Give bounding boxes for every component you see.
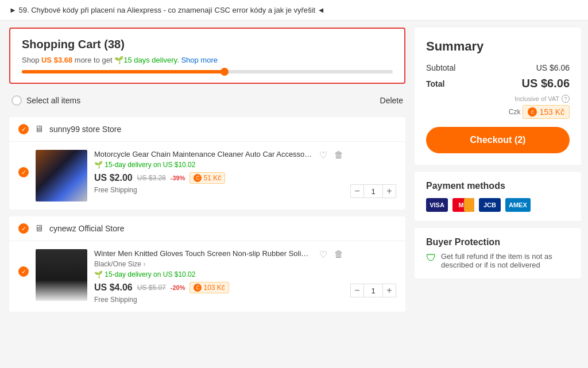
- czk-badge-summary: Č 153 Kč: [523, 105, 570, 119]
- qty-value-1: 1: [364, 184, 382, 198]
- qty-increase-1[interactable]: +: [382, 184, 396, 198]
- store-checkbox-1[interactable]: [18, 124, 29, 134]
- subtitle-prefix: Shop: [22, 56, 41, 64]
- czk-icon-1: Č: [194, 174, 202, 182]
- store-icon-1: 🖥: [34, 124, 44, 134]
- item-price-2: US $4.06: [94, 282, 133, 293]
- jcb-payment-icon: JCB: [479, 198, 501, 212]
- progress-bar: [22, 70, 393, 73]
- item-actions-1: ♡ 🗑: [319, 150, 343, 161]
- item-czk-badge-2: Č 103 Kč: [189, 282, 229, 293]
- summary-card: Summary Subtotal US $6.06 Total US $6.06…: [415, 28, 581, 165]
- variant-text-2[interactable]: Black/One Size: [94, 260, 141, 268]
- payment-title: Payment methods: [426, 181, 570, 191]
- item-original-price-2: US $5.07: [137, 284, 166, 292]
- czk-icon-2: Č: [194, 284, 202, 292]
- select-all-text: Select all items: [26, 96, 80, 105]
- store-name-2[interactable]: cynewz Official Store: [49, 224, 124, 233]
- item-image-2: [36, 249, 87, 301]
- czk-flag-icon: Č: [528, 107, 537, 117]
- item-title-2: Winter Men Knitted Gloves Touch Screen N…: [94, 249, 312, 258]
- banner-text: ► 59. Chybové kódy při placení na Aliexp…: [9, 6, 325, 14]
- payment-card: Payment methods VISA MC JCB AMEX: [415, 172, 581, 221]
- item-actions-2: ♡ 🗑: [319, 249, 343, 260]
- item-variant-2: Black/One Size ›: [94, 260, 312, 268]
- wishlist-icon-2[interactable]: ♡: [319, 249, 327, 260]
- protection-card: Buyer Protection 🛡 Get full refund if th…: [415, 228, 581, 278]
- item-czk-value-2: 103 Kč: [203, 284, 225, 292]
- store-header-1: 🖥 sunny99 store Store: [9, 117, 405, 142]
- item-delivery-2: 🌱 15-day delivery on US $10.02: [94, 270, 312, 278]
- subtitle-delivery: 🌱15 days delivery.: [114, 56, 179, 64]
- store-header-2: 🖥 cynewz Official Store: [9, 216, 405, 241]
- store-section-1: 🖥 sunny99 store Store Motorcycle Gear Ch…: [9, 117, 405, 210]
- czk-conversion: Czk Č 153 Kč: [426, 105, 570, 119]
- item-checkbox-2[interactable]: [18, 266, 29, 277]
- quantity-control-1: − 1 +: [350, 184, 396, 198]
- protection-title: Buyer Protection: [426, 237, 570, 247]
- vat-text: Inclusive of VAT: [514, 95, 559, 102]
- delete-icon-2[interactable]: 🗑: [334, 249, 343, 259]
- variant-arrow-2: ›: [143, 260, 145, 268]
- cart-area: Shopping Cart (38) Shop US $3.68 more to…: [9, 28, 405, 361]
- qty-decrease-2[interactable]: −: [350, 284, 364, 297]
- payment-icons: VISA MC JCB AMEX: [426, 198, 570, 212]
- item-image-1: [36, 150, 87, 202]
- czk-summary-value: 153 Kč: [539, 107, 564, 117]
- summary-title: Summary: [426, 39, 570, 54]
- item-czk-badge-1: Č 51 Kč: [189, 172, 225, 184]
- total-row: Total US $6.06: [426, 77, 570, 90]
- subtitle-amount: US $3.68: [41, 56, 72, 64]
- item-details-1: Motorcycle Gear Chain Maintenance Cleane…: [94, 150, 312, 194]
- checkout-button[interactable]: Checkout (2): [426, 127, 570, 153]
- quantity-control-2: − 1 +: [350, 284, 396, 297]
- subtotal-row: Subtotal US $6.06: [426, 63, 570, 72]
- item-discount-2: -20%: [171, 284, 185, 291]
- item-price-1: US $2.00: [94, 173, 133, 183]
- vat-note: Inclusive of VAT ?: [426, 95, 570, 103]
- item-shipping-1: Free Shipping: [94, 186, 312, 194]
- store-name-1[interactable]: sunny99 store Store: [49, 125, 121, 134]
- total-label: Total: [426, 79, 444, 88]
- shield-icon: 🛡: [426, 252, 436, 264]
- qty-increase-2[interactable]: +: [382, 284, 396, 297]
- cart-item-1: Motorcycle Gear Chain Maintenance Cleane…: [9, 142, 405, 210]
- delivery-text-1: 🌱 15-day delivery on US $10.02: [94, 161, 195, 169]
- store-checkbox-2[interactable]: [18, 223, 29, 234]
- shop-more-link[interactable]: Shop more: [181, 56, 218, 64]
- select-all-checkbox[interactable]: [11, 95, 22, 106]
- top-banner: ► 59. Chybové kódy při placení na Aliexp…: [0, 0, 588, 21]
- store-section-2: 🖥 cynewz Official Store Winter Men Knitt…: [9, 216, 405, 312]
- czk-label: Czk: [509, 108, 521, 116]
- subtitle-middle: more to get: [72, 56, 114, 64]
- item-delivery-1: 🌱 15-day delivery on US $10.02: [94, 161, 312, 169]
- qty-decrease-1[interactable]: −: [350, 184, 364, 198]
- vat-info-icon: ?: [562, 95, 570, 103]
- wishlist-icon-1[interactable]: ♡: [319, 150, 327, 161]
- item-shipping-2: Free Shipping: [94, 296, 312, 304]
- item-price-row-1: US $2.00 US $3.28 -39% Č 51 Kč: [94, 172, 312, 184]
- cart-item-2: Winter Men Knitted Gloves Touch Screen N…: [9, 241, 405, 312]
- subtotal-value: US $6.06: [536, 63, 570, 72]
- cart-subtitle: Shop US $3.68 more to get 🌱15 days deliv…: [22, 56, 393, 64]
- item-title-1: Motorcycle Gear Chain Maintenance Cleane…: [94, 150, 312, 158]
- select-all-row: Select all items Delete: [9, 91, 405, 110]
- delete-button[interactable]: Delete: [380, 96, 403, 105]
- item-price-row-2: US $4.06 US $5.07 -20% Č 103 Kč: [94, 282, 312, 293]
- summary-panel: Summary Subtotal US $6.06 Total US $6.06…: [415, 28, 581, 361]
- cart-title: Shopping Cart (38): [22, 38, 393, 51]
- amex-payment-icon: AMEX: [505, 198, 531, 212]
- total-value: US $6.06: [522, 77, 570, 90]
- item-original-price-1: US $3.28: [137, 174, 166, 182]
- delete-icon-1[interactable]: 🗑: [334, 150, 343, 160]
- cart-header-box: Shopping Cart (38) Shop US $3.68 more to…: [9, 28, 405, 84]
- progress-bar-fill: [22, 70, 226, 73]
- store-icon-2: 🖥: [34, 223, 44, 234]
- protection-content: 🛡 Get full refund if the item is not as …: [426, 252, 570, 269]
- subtotal-label: Subtotal: [426, 63, 455, 72]
- item-checkbox-1[interactable]: [18, 167, 29, 177]
- qty-value-2: 1: [364, 284, 382, 297]
- protection-text: Get full refund if the item is not as de…: [441, 252, 570, 269]
- select-all-label[interactable]: Select all items: [11, 95, 80, 106]
- item-details-2: Winter Men Knitted Gloves Touch Screen N…: [94, 249, 312, 304]
